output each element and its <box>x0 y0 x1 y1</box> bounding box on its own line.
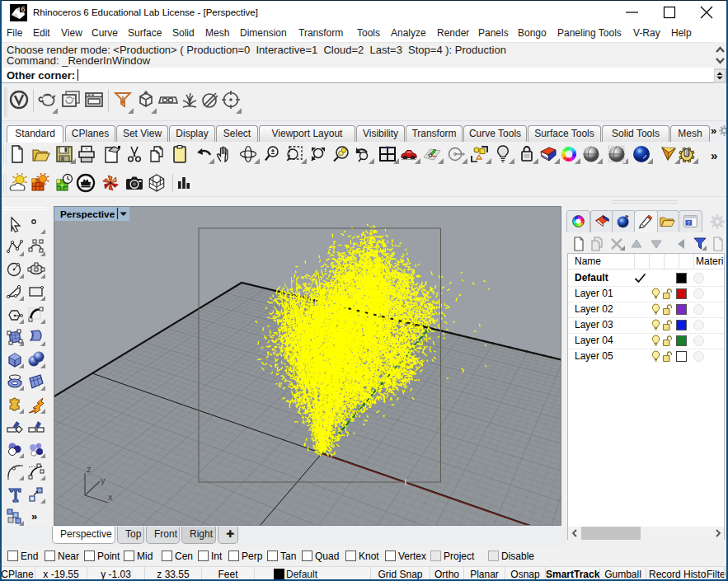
svg-text:?: ? <box>687 220 690 226</box>
